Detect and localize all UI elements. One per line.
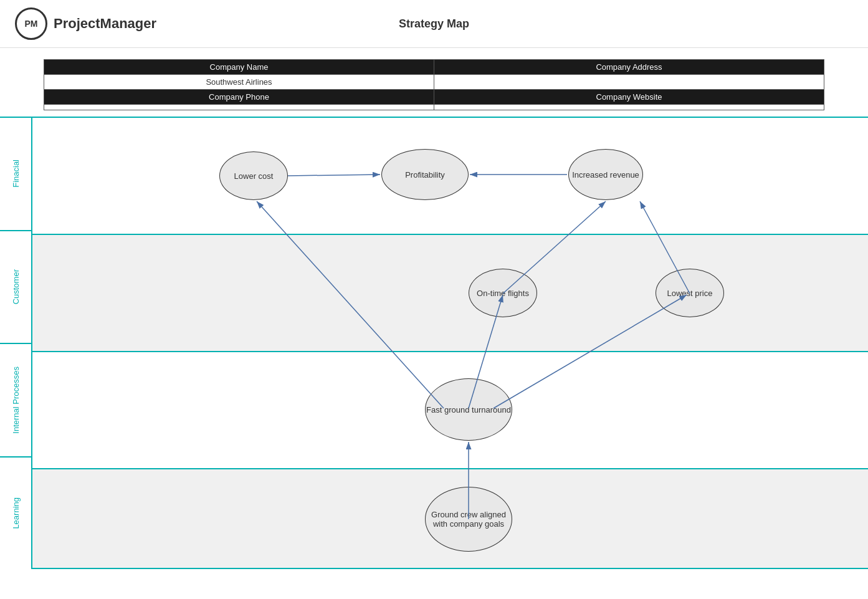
learning-row: Ground crew aligned with company goals (32, 469, 868, 569)
financial-row: Lower cost Profitability Increased reven… (32, 118, 868, 235)
node-increased-revenue: Increased revenue (568, 149, 643, 200)
col2-header: Company Address (434, 60, 824, 75)
node-lowest-price: Lowest price (656, 269, 724, 317)
col2-data2 (434, 105, 824, 110)
node-profitability: Profitability (381, 149, 469, 200)
label-financial: Finacial (0, 118, 31, 231)
col2-data (434, 75, 824, 90)
col1-header: Company Name (44, 60, 434, 75)
brand-name: ProjectManager (54, 16, 156, 32)
customer-row: On-time flights Lowest price (32, 235, 868, 352)
col1-data2 (44, 105, 434, 110)
internal-row: Fast ground turnaround (32, 352, 868, 469)
node-lower-cost: Lower cost (219, 151, 288, 200)
node-ground-crew: Ground crew aligned with company goals (425, 487, 512, 552)
node-on-time-flights: On-time flights (469, 269, 537, 317)
company-info-table: Company Name Company Address Southwest A… (44, 59, 824, 110)
logo-circle: PM (15, 7, 47, 40)
col1-data: Southwest Airlines (44, 75, 434, 90)
logo-initials: PM (25, 19, 38, 29)
strategy-map: Finacial Customer Internal Processes Lea… (0, 117, 868, 569)
page-title: Strategy Map (399, 17, 469, 31)
label-internal: Internal Processes (0, 344, 31, 458)
col2-header2: Company Website (434, 90, 824, 105)
labels-column: Finacial Customer Internal Processes Lea… (0, 118, 32, 569)
label-learning: Learning (0, 458, 31, 570)
node-fast-ground: Fast ground turnaround (425, 378, 512, 441)
label-customer: Customer (0, 231, 31, 345)
strategy-rows: Lower cost Profitability Increased reven… (32, 118, 868, 569)
col1-header2: Company Phone (44, 90, 434, 105)
